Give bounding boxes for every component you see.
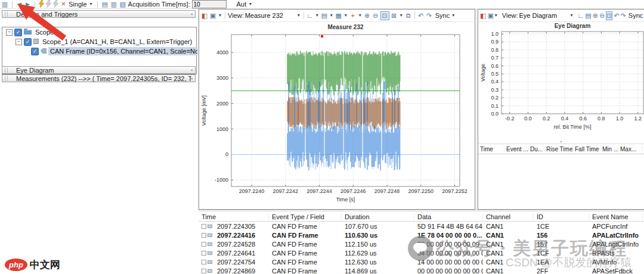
events-table-row[interactable]: +2097.224528CAN FD Frame112.150 us00 00 … <box>199 239 644 248</box>
float-window-icon[interactable]: ▣ <box>487 12 493 20</box>
options-icon[interactable]: ▧ <box>119 1 126 8</box>
chevron-down-icon[interactable]: ▾ <box>399 13 404 18</box>
undo-icon[interactable]: ↶ <box>417 12 425 20</box>
time-value: 2097.224641 <box>214 250 255 257</box>
redo-icon[interactable]: ↷ <box>426 12 433 20</box>
events-col-header[interactable]: Event Name <box>589 213 643 220</box>
tree-item-scope1[interactable]: − ✓ Scope_1 (A=CAN1_H, B=CAN1_L, Extern=… <box>2 37 196 46</box>
redo-icon[interactable]: ↷ <box>621 12 626 20</box>
horizontal-splitter[interactable]: ▾ <box>478 139 644 144</box>
zoom-out-icon[interactable]: ⊖ <box>372 12 379 20</box>
pin-icon[interactable]: ▪ <box>191 12 193 16</box>
view-selector[interactable]: Measure 232 <box>245 12 295 19</box>
devices-triggers-header[interactable]: Devices and Triggers ▪ <box>2 10 196 18</box>
dock-icon[interactable]: ◧ <box>201 12 208 20</box>
row-expand-icon[interactable]: + <box>202 251 206 256</box>
events-table-row[interactable]: +2097.224869CAN FD Frame114.869 us00 00 … <box>199 266 644 274</box>
nav-forward-icon[interactable]: ▶ <box>24 2 31 7</box>
eye-measure-col-header[interactable]: Du... <box>528 146 544 152</box>
start-continuous-icon[interactable] <box>46 0 51 9</box>
events-col-header[interactable]: Event Type / Field <box>269 213 342 220</box>
frame-row-icon <box>208 269 212 273</box>
sync-dropdown[interactable]: Sync <box>628 12 643 19</box>
axes-settings-icon[interactable]: ∟ <box>306 12 314 19</box>
zoom-in-icon[interactable]: ⊕ <box>593 12 598 20</box>
auto-mode-dropdown[interactable]: Aut <box>237 1 247 8</box>
export-image-icon[interactable]: ▤ <box>585 12 591 20</box>
start-single-icon[interactable] <box>39 0 44 9</box>
curve-style-icon[interactable]: ▦ <box>335 12 342 20</box>
events-col-header[interactable]: Channel <box>483 213 534 220</box>
tree-item-scopes[interactable]: − ✓ Scopes <box>2 27 196 37</box>
restart-icon[interactable] <box>53 0 58 9</box>
nav-back-icon[interactable]: ◀ <box>16 2 23 7</box>
zoom-region-icon[interactable]: ⊠ <box>391 12 398 20</box>
dock-icon[interactable]: ◧ <box>480 12 486 20</box>
zoom-fit-icon[interactable]: ⊡ <box>380 11 389 20</box>
acquisition-time-input[interactable] <box>192 0 227 8</box>
events-cell-data: 00 00 00 00 00 00 00 00 <box>414 267 483 274</box>
tree-collapse-icon[interactable]: − <box>16 39 22 45</box>
zoom-fit-icon[interactable]: ⊡ <box>606 11 612 20</box>
zoom-out-icon[interactable]: ⊖ <box>599 12 605 20</box>
events-col-header[interactable]: ID <box>534 213 589 220</box>
row-expand-icon[interactable]: + <box>202 260 206 264</box>
svg-text:Voltage: Voltage <box>480 64 486 82</box>
events-col-header[interactable]: Duration <box>342 213 414 220</box>
events-table-row[interactable]: +2097.224305CAN FD Frame107.670 us5D 91 … <box>199 222 644 231</box>
events-table-row[interactable]: +2097.224416CAN FD Frame110.630 us1E 78 … <box>199 231 644 239</box>
row-expand-icon[interactable]: + <box>202 224 206 229</box>
marker-icon[interactable]: + <box>349 12 357 19</box>
stop-icon[interactable]: ✕ <box>60 1 67 7</box>
view-selector[interactable]: Eye Diagram <box>519 12 569 19</box>
chevron-down-icon[interactable]: ▾ <box>571 13 573 18</box>
eye-measure-col-header[interactable]: Min ... <box>600 146 618 152</box>
chevron-down-icon[interactable]: ▾ <box>451 13 456 18</box>
chevron-down-icon[interactable]: ▾ <box>296 13 301 18</box>
zoom-in-icon[interactable]: ⊕ <box>364 12 371 20</box>
measurements-dock-header[interactable]: Measurements (232) -->> ( Time= 2097.224… <box>2 74 196 82</box>
eye-measure-col-header[interactable]: Rise Time <box>544 146 573 152</box>
undo-icon[interactable]: ↶ <box>614 12 619 20</box>
pin-icon[interactable]: ▪ <box>191 76 193 80</box>
measure-chart[interactable]: 2097.22402097.22422097.22442097.22462097… <box>199 22 475 209</box>
chevron-down-icon[interactable]: ▾ <box>315 13 320 18</box>
chevron-down-icon[interactable]: ▾ <box>218 13 222 18</box>
events-table-row[interactable]: +2097.224754CAN FD Frame112.630 us14 00 … <box>199 257 644 266</box>
eye-diagram-chart[interactable]: -0.20.00.20.40.60.81.01.20.00.10.20.30.4… <box>478 22 644 138</box>
eye-measure-col-header[interactable]: Max... <box>618 146 642 152</box>
eye-measure-col-header[interactable]: Time <box>478 146 504 152</box>
copy-icon[interactable]: ⧉ <box>405 12 412 20</box>
chevron-down-icon[interactable]: ▾ <box>358 13 363 18</box>
scope1-checkbox[interactable]: ✓ <box>24 38 32 46</box>
events-col-header[interactable]: Time <box>199 213 269 220</box>
chevron-down-icon[interactable]: ▾ <box>495 13 497 18</box>
row-expand-icon[interactable]: + <box>202 269 206 273</box>
export-image-icon[interactable]: ▤ <box>321 12 328 20</box>
chevron-down-icon[interactable]: ▾ <box>343 13 348 18</box>
events-col-header[interactable]: Data <box>414 213 483 220</box>
row-expand-icon[interactable]: + <box>202 242 206 247</box>
chevron-down-icon[interactable]: ▾ <box>89 2 94 7</box>
scopes-checkbox[interactable]: ✓ <box>14 29 22 36</box>
axes-settings-icon[interactable]: ∟ <box>578 12 584 19</box>
chevron-down-icon[interactable]: ▾ <box>248 2 253 7</box>
can-frame-checkbox[interactable]: ✓ <box>31 48 39 55</box>
acquisition-time-label: Acquisition Time[ms]: <box>128 1 190 8</box>
save-config-icon[interactable]: ▤ <box>101 1 109 8</box>
tree-item-can-frame[interactable]: ✓ CAN Frame (ID=0x156, Channel=CAN1, Sca… <box>2 46 196 56</box>
pin-icon[interactable]: ▪ <box>191 68 193 72</box>
collapse-icon[interactable]: ▾ <box>560 139 562 144</box>
events-table-row[interactable]: +2097.224641CAN FD Frame112.629 us04 00 … <box>199 248 644 257</box>
row-expand-icon[interactable]: + <box>202 233 206 238</box>
scope-window-icon[interactable]: ▥ <box>1 1 8 8</box>
trigger-mode-dropdown[interactable]: Single <box>69 1 87 8</box>
eye-measure-col-header[interactable]: Fall Time <box>573 146 600 152</box>
float-window-icon[interactable]: ▣ <box>209 12 216 20</box>
chevron-down-icon[interactable]: ▾ <box>329 13 334 18</box>
load-config-icon[interactable]: ▥ <box>110 1 117 8</box>
eye-diagram-dock-header[interactable]: Eye Diagram ▪ <box>2 66 196 74</box>
tree-collapse-icon[interactable]: − <box>6 29 13 36</box>
sync-dropdown[interactable]: Sync <box>435 12 450 19</box>
eye-measure-col-header[interactable]: Event ... <box>504 146 528 152</box>
